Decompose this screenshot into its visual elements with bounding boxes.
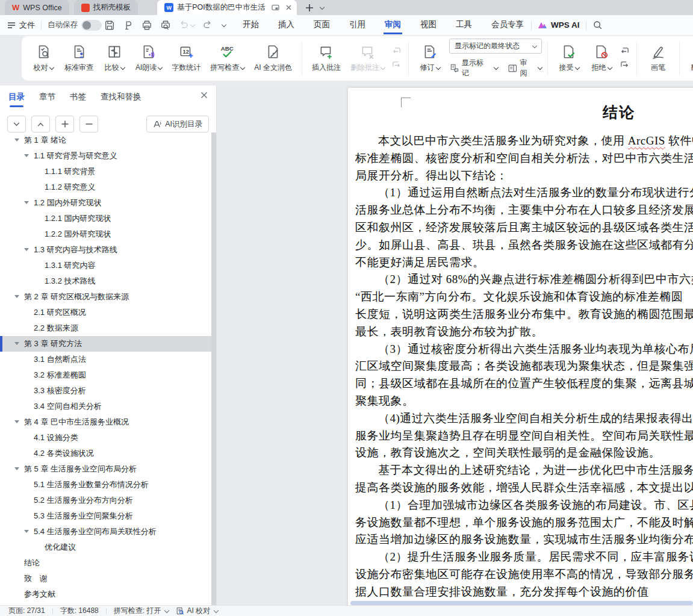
toc-item[interactable]: 第 2 章 研究区概况与数据来源 [0, 289, 211, 305]
toc-item[interactable]: 参考文献 [0, 586, 211, 602]
collapse-arrow-icon[interactable] [14, 138, 19, 142]
collapse-arrow-icon[interactable] [24, 530, 29, 533]
export-pdf-button[interactable] [123, 20, 134, 31]
tab-document[interactable]: W 基于POI数据的巴中市生活服务 [157, 0, 297, 15]
previous-comment-button[interactable] [391, 47, 402, 56]
toc-item[interactable]: 优化建议 [0, 540, 211, 555]
toc-item[interactable]: 第 3 章 研究方法 [0, 336, 211, 352]
file-menu-button[interactable]: 文件 [7, 20, 35, 31]
collapse-arrow-icon[interactable] [14, 295, 19, 298]
toc-item[interactable]: 1.1.2 研究意义 [0, 179, 211, 195]
standard-review-button[interactable]: 标准审查 [60, 42, 98, 75]
menu-review[interactable]: 审阅 [384, 16, 402, 34]
document-page[interactable]: 结论 本文以巴中市六类生活服务业为研究对象，使用 ArcGIS 软件中 标准差椭… [348, 88, 693, 605]
toc-item[interactable]: 结论 [0, 555, 211, 571]
undo-button[interactable] [179, 20, 194, 30]
next-comment-button[interactable] [391, 61, 402, 70]
collapse-arrow-icon[interactable] [14, 467, 19, 470]
toc-item[interactable]: 5.4 生活服务业空间布局关联性分析 [0, 524, 211, 540]
menu-view[interactable]: 视图 [419, 16, 438, 34]
toc-item[interactable]: 1.2.2 国外研究现状 [0, 226, 211, 242]
autosave-toggle[interactable] [81, 20, 102, 31]
toc-item[interactable]: 1.2.1 国内研究现状 [0, 211, 211, 226]
toc-item[interactable]: 5.3 生活服务业空间聚集分析 [0, 508, 211, 524]
toc-item[interactable]: 致 谢 [0, 571, 211, 586]
tab-docer[interactable]: 找稻壳模板 [74, 0, 138, 15]
collapse-arrow-icon[interactable] [24, 154, 29, 157]
tab-list-chevron-icon[interactable] [320, 4, 325, 9]
translate-button[interactable]: 文A 翻译 [685, 42, 693, 75]
delete-comment-button[interactable]: 删除批注 [346, 42, 389, 75]
split-screen-icon[interactable] [272, 4, 279, 11]
toc-item[interactable]: 2.2 数据来源 [0, 320, 211, 336]
expand-all-button[interactable] [31, 116, 50, 132]
toc-item[interactable]: 3.2 标准差椭圆 [0, 367, 211, 383]
zoom-out-button[interactable] [79, 116, 98, 132]
insert-comment-button[interactable]: 插入批注 [308, 42, 345, 75]
accept-change-button[interactable]: 接受 [553, 42, 585, 75]
menu-insert[interactable]: 插入 [277, 16, 296, 34]
toc-item[interactable]: 1.3.2 技术路线 [0, 273, 211, 289]
horizontal-scrollbar-thumb[interactable] [350, 601, 693, 605]
toc-item[interactable]: 5.1 生活服务业数量分布情况分析 [0, 477, 211, 493]
zoom-in-button[interactable] [55, 116, 74, 132]
print-button[interactable] [141, 20, 152, 31]
toc-item[interactable]: 2.1 研究区概况 [0, 305, 211, 320]
ai-recognize-toc-button[interactable]: AI识别目录 [146, 116, 209, 132]
menu-tools[interactable]: 工具 [455, 16, 473, 34]
sidebar-tab-chapters[interactable]: 章节 [39, 92, 55, 104]
spell-check-button[interactable]: ABC 拼写检查 [206, 42, 249, 75]
collapse-arrow-icon[interactable] [24, 248, 29, 251]
new-tab-button[interactable] [305, 4, 314, 12]
sidebar-tab-bookmarks[interactable]: 书签 [70, 92, 86, 104]
toc-item[interactable]: 第 1 章 绪论 [0, 132, 211, 148]
toc-item[interactable]: 第 5 章 生活服务业空间布局分析 [0, 461, 211, 477]
close-sidebar-icon[interactable] [200, 92, 208, 99]
next-change-button[interactable] [620, 61, 630, 70]
page-indicator[interactable]: 页面: 27/31 [8, 606, 45, 616]
toc-item[interactable]: 1.1.1 研究背景 [0, 164, 211, 179]
toc-item[interactable]: 第 4 章 巴中市生活服务业概况 [0, 414, 211, 430]
toc-item[interactable]: 3.4 空间自相关分析 [0, 399, 211, 414]
compare-button[interactable]: 比较 [99, 42, 130, 75]
track-changes-button[interactable]: 修订 [414, 42, 446, 75]
scrollbar-thumb[interactable] [211, 132, 216, 605]
print-preview-button[interactable] [160, 20, 171, 31]
menu-start[interactable]: 开始 [241, 16, 260, 34]
save-button[interactable] [104, 20, 115, 31]
menu-member[interactable]: 会员专享 [490, 16, 525, 34]
word-count-indicator[interactable]: 字数: 16488 [60, 606, 99, 616]
sidebar-tab-contents[interactable]: 目录 [8, 92, 25, 104]
toc-item[interactable]: 1.3.1 研究内容 [0, 258, 211, 273]
menu-reference[interactable]: 引用 [348, 16, 367, 34]
toc-item[interactable]: 3.3 核密度分析 [0, 383, 211, 399]
collapse-arrow-icon[interactable] [14, 420, 19, 423]
sidebar-scrollbar[interactable] [211, 132, 216, 605]
review-pane-button[interactable]: 审阅 [508, 58, 542, 78]
spellcheck-status[interactable]: 拼写检查: 打开 [114, 606, 169, 616]
word-count-button[interactable]: 12 字数统计 [167, 42, 205, 75]
toc-item[interactable]: 5.2 生活服务业分布方向分析 [0, 493, 211, 508]
collapse-arrow-icon[interactable] [24, 201, 29, 204]
close-tab-icon[interactable] [285, 4, 292, 11]
collapse-arrow-icon[interactable] [14, 342, 19, 345]
ai-proofread-status[interactable]: AI 校对 [176, 606, 218, 616]
toc-item[interactable]: 4.2 各类设施状况 [0, 446, 211, 461]
proofread-button[interactable]: 校对 [28, 42, 59, 75]
sidebar-tab-find-replace[interactable]: 查找和替换 [101, 92, 141, 104]
tab-wps-home[interactable]: W WPS Office [5, 0, 69, 15]
ai-polish-button[interactable]: AI 全文润色 [250, 42, 296, 75]
toc-item[interactable]: 1.1 研究背景与研究意义 [0, 148, 211, 164]
markup-state-dropdown[interactable]: 显示标记的最终状态 [449, 39, 542, 54]
redo-button[interactable] [202, 20, 213, 30]
more-commands-chevron-icon[interactable] [222, 22, 226, 26]
toc-item[interactable]: 1.2 国内外研究现状 [0, 195, 211, 211]
wps-ai-button[interactable]: WPS AI [538, 20, 580, 30]
show-markup-button[interactable]: 显示标记 [449, 58, 498, 78]
ai-read-button[interactable]: AI朗读 [131, 42, 166, 75]
menu-page[interactable]: 页面 [312, 16, 331, 34]
toc-item[interactable]: 4.1 设施分类 [0, 430, 211, 446]
toc-item[interactable]: 3.1 自然断点法 [0, 352, 211, 367]
collapse-all-button[interactable] [7, 116, 26, 132]
reject-change-button[interactable]: 拒绝 [586, 42, 617, 75]
